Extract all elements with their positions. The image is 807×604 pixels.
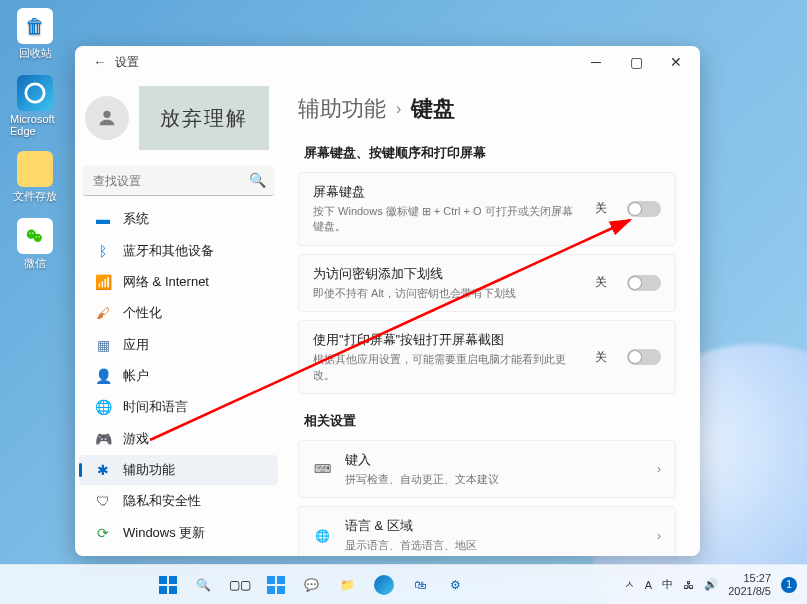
svg-point-7 (103, 111, 110, 118)
section-heading: 屏幕键盘、按键顺序和打印屏幕 (304, 144, 676, 162)
related-typing[interactable]: ⌨ 键入 拼写检查、自动更正、文本建议 › (298, 440, 676, 498)
ime-mode[interactable]: 中 (662, 577, 673, 592)
nav-network[interactable]: 📶网络 & Internet (79, 267, 278, 297)
main-panel: 辅助功能 › 键盘 屏幕键盘、按键顺序和打印屏幕 屏幕键盘 按下 Windows… (290, 78, 700, 556)
recycle-bin[interactable]: 🗑 回收站 (10, 8, 60, 61)
related-subtitle: 拼写检查、自动更正、文本建议 (345, 472, 643, 487)
task-view-button[interactable]: ▢▢ (225, 570, 255, 600)
clock-date: 2021/8/5 (728, 585, 771, 597)
nav-time-language[interactable]: 🌐时间和语言 (79, 392, 278, 422)
wechat-label: 微信 (24, 256, 46, 271)
edge-shortcut[interactable]: Microsoft Edge (10, 75, 60, 137)
maximize-button[interactable]: ▢ (616, 47, 656, 77)
chevron-right-icon: › (657, 462, 661, 476)
nav-label: 蓝牙和其他设备 (123, 242, 214, 260)
svg-point-2 (34, 234, 42, 242)
nav-accounts[interactable]: 👤帐户 (79, 361, 278, 391)
svg-rect-16 (277, 586, 285, 594)
globe-icon: 🌐 (95, 399, 111, 415)
svg-point-5 (36, 236, 37, 237)
window-title: 设置 (115, 54, 139, 71)
network-icon[interactable]: 🖧 (683, 579, 694, 591)
wechat-shortcut[interactable]: 微信 (10, 218, 60, 271)
search-box[interactable]: 🔍 (83, 166, 274, 196)
nav-label: 游戏 (123, 430, 149, 448)
start-button[interactable] (153, 570, 183, 600)
svg-rect-9 (159, 576, 167, 584)
taskbar-center: 🔍 ▢▢ 💬 📁 🛍 ⚙ (0, 570, 624, 600)
recycle-bin-icon: 🗑 (17, 8, 53, 44)
card-print-screen[interactable]: 使用"打印屏幕"按钮打开屏幕截图 根据其他应用设置，可能需要重启电脑才能看到此更… (298, 320, 676, 394)
nav-label: 帐户 (123, 367, 149, 385)
wechat-icon (17, 218, 53, 254)
nav-label: 系统 (123, 210, 149, 228)
settings-taskbar-button[interactable]: ⚙ (441, 570, 471, 600)
section-heading: 相关设置 (304, 412, 676, 430)
minimize-button[interactable]: ─ (576, 47, 616, 77)
nav-gaming[interactable]: 🎮游戏 (79, 424, 278, 454)
nav-label: 辅助功能 (123, 461, 175, 479)
close-button[interactable]: ✕ (656, 47, 696, 77)
update-icon: ⟳ (95, 525, 111, 541)
toggle-switch[interactable] (627, 275, 661, 291)
related-title: 键入 (345, 451, 643, 469)
clock[interactable]: 15:27 2021/8/5 (728, 572, 771, 596)
shield-icon: 🛡 (95, 493, 111, 509)
chat-button[interactable]: 💬 (297, 570, 327, 600)
breadcrumb: 辅助功能 › 键盘 (298, 94, 676, 124)
nav-apps[interactable]: ▦应用 (79, 329, 278, 359)
search-input[interactable] (83, 166, 274, 196)
nav-system[interactable]: ▬系统 (79, 204, 278, 234)
volume-icon[interactable]: 🔊 (704, 578, 718, 591)
system-tray: ㅅ A 中 🖧 🔊 15:27 2021/8/5 1 (624, 572, 807, 596)
card-underline-access-keys[interactable]: 为访问密钥添加下划线 即使不持有 Alt，访问密钥也会带有下划线 关 (298, 254, 676, 312)
nav-label: 隐私和安全性 (123, 492, 201, 510)
nav-windows-update[interactable]: ⟳Windows 更新 (79, 518, 278, 548)
card-title: 屏幕键盘 (313, 183, 581, 201)
card-onscreen-keyboard[interactable]: 屏幕键盘 按下 Windows 徽标键 ⊞ + Ctrl + O 可打开或关闭屏… (298, 172, 676, 246)
system-icon: ▬ (95, 211, 111, 227)
search-icon: 🔍 (249, 172, 266, 188)
widgets-button[interactable] (261, 570, 291, 600)
chevron-right-icon: › (657, 529, 661, 543)
svg-rect-13 (267, 576, 275, 584)
store-button[interactable]: 🛍 (405, 570, 435, 600)
card-title: 为访问密钥添加下划线 (313, 265, 581, 283)
toggle-state: 关 (595, 274, 607, 291)
chevron-right-icon: › (396, 100, 401, 118)
svg-rect-14 (277, 576, 285, 584)
search-button[interactable]: 🔍 (189, 570, 219, 600)
related-language-region[interactable]: 🌐 语言 & 区域 显示语言、首选语言、地区 › (298, 506, 676, 556)
toggle-state: 关 (595, 200, 607, 217)
profile-block[interactable]: 放弃理解 (75, 86, 282, 160)
nav-bluetooth[interactable]: ᛒ蓝牙和其他设备 (79, 235, 278, 265)
handwriting-image: 放弃理解 (139, 86, 269, 150)
wifi-icon: 📶 (95, 274, 111, 290)
svg-rect-11 (159, 586, 167, 594)
folder-shortcut[interactable]: 文件存放 (10, 151, 60, 204)
svg-point-0 (26, 84, 44, 102)
tray-overflow[interactable]: ㅅ (624, 577, 635, 592)
card-title: 使用"打印屏幕"按钮打开屏幕截图 (313, 331, 581, 349)
toggle-switch[interactable] (627, 201, 661, 217)
breadcrumb-current: 键盘 (411, 94, 455, 124)
toggle-switch[interactable] (627, 349, 661, 365)
edge-taskbar-button[interactable] (369, 570, 399, 600)
breadcrumb-parent[interactable]: 辅助功能 (298, 94, 386, 124)
nav-accessibility[interactable]: ✱辅助功能 (79, 455, 278, 485)
nav-personalization[interactable]: 🖌个性化 (79, 298, 278, 328)
card-subtitle: 即使不持有 Alt，访问密钥也会带有下划线 (313, 286, 581, 301)
nav-privacy[interactable]: 🛡隐私和安全性 (79, 486, 278, 516)
accessibility-icon: ✱ (95, 462, 111, 478)
recycle-bin-label: 回收站 (19, 46, 52, 61)
folder-icon (17, 151, 53, 187)
notification-badge[interactable]: 1 (781, 577, 797, 593)
ime-lang[interactable]: A (645, 579, 652, 591)
apps-icon: ▦ (95, 337, 111, 353)
keyboard-icon: ⌨ (313, 460, 331, 478)
svg-point-4 (32, 233, 33, 234)
back-button[interactable]: ← (85, 54, 115, 70)
explorer-button[interactable]: 📁 (333, 570, 363, 600)
toggle-state: 关 (595, 349, 607, 366)
desktop-icons: 🗑 回收站 Microsoft Edge 文件存放 微信 (10, 8, 60, 271)
